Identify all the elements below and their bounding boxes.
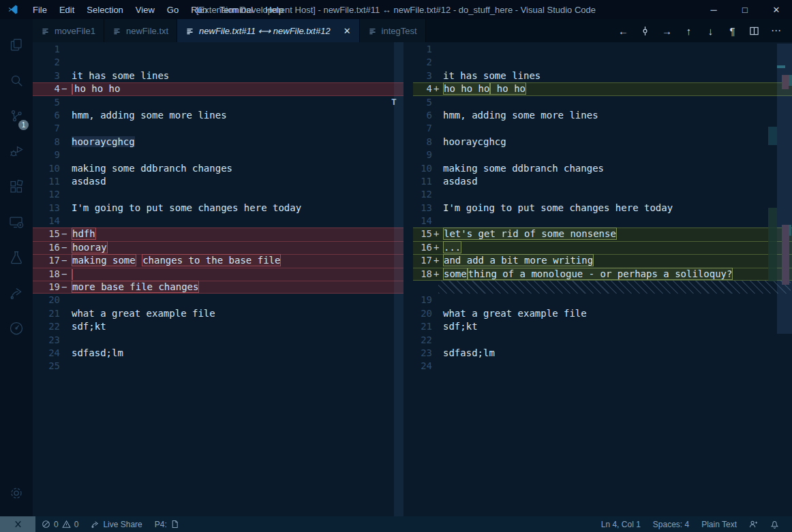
line-number[interactable]: 19 [33, 281, 60, 294]
status-live-share[interactable]: Live Share [85, 516, 148, 532]
line-number[interactable]: 2 [33, 56, 60, 69]
line-number[interactable]: 9 [33, 148, 60, 161]
tab-close-icon[interactable]: ✕ [344, 26, 351, 36]
code-line[interactable]: 9 [413, 148, 792, 161]
line-number[interactable]: 14 [413, 215, 432, 228]
split-editor-icon[interactable] [746, 23, 762, 39]
status-language-mode[interactable]: Plain Text [695, 516, 743, 532]
line-number[interactable]: 9 [413, 148, 432, 161]
line-number[interactable]: 15 [33, 228, 60, 240]
code-line[interactable]: 7 [33, 122, 403, 135]
code-line[interactable]: 2 [413, 56, 792, 69]
code-line[interactable]: 19−more base file changes [33, 281, 403, 294]
code-line[interactable]: 15−hdfh [33, 228, 403, 240]
line-number[interactable]: 25 [33, 360, 60, 373]
code-line[interactable]: 22 [413, 334, 792, 347]
line-number[interactable]: 10 [33, 162, 60, 175]
activitybar-item-run-debug[interactable] [0, 134, 33, 169]
nav-forward-icon[interactable]: → [659, 23, 675, 39]
code-line[interactable]: 8hooraycghcg [413, 136, 792, 148]
code-line[interactable]: 18+something of a monologue - or perhaps… [413, 268, 792, 281]
code-line[interactable]: 16−hooray [33, 241, 403, 254]
line-number[interactable]: 11 [33, 175, 60, 188]
left-scrollbar[interactable] [394, 42, 403, 516]
more-actions-icon[interactable]: ⋯ [768, 23, 784, 39]
line-number[interactable]: 7 [413, 122, 432, 135]
status-cursor-position[interactable]: Ln 4, Col 1 [595, 516, 647, 532]
menu-edit[interactable]: Edit [53, 3, 80, 17]
code-line[interactable]: 19 [413, 294, 792, 307]
line-number[interactable]: 5 [33, 96, 60, 109]
status-perforce[interactable]: P4: [149, 516, 185, 532]
line-number[interactable]: 17 [33, 254, 60, 267]
code-line[interactable]: 10making some ddbranch changes [33, 162, 403, 175]
menu-go[interactable]: Go [161, 3, 185, 17]
activitybar-item-performance[interactable] [0, 311, 33, 346]
menu-view[interactable]: View [130, 3, 161, 17]
code-line[interactable]: 11asdasd [33, 175, 403, 188]
code-line[interactable]: 11asdasd [413, 175, 792, 188]
line-number[interactable]: 1 [413, 43, 432, 56]
activitybar-item-settings-gear[interactable] [0, 475, 33, 511]
code-line[interactable]: 6hmm, adding some more lines [413, 109, 792, 122]
status-indentation[interactable]: Spaces: 4 [647, 516, 695, 532]
code-line[interactable]: 21sdf;kt [413, 320, 792, 333]
code-line[interactable]: 16+... [413, 241, 792, 254]
line-number[interactable]: 6 [413, 109, 432, 122]
code-line[interactable]: 18− [33, 268, 403, 281]
line-number[interactable]: 20 [413, 307, 432, 320]
code-line[interactable]: 4−ho ho ho [33, 82, 403, 95]
code-line[interactable]: 10making some ddbranch changes [413, 162, 792, 175]
line-number[interactable]: 14 [33, 215, 60, 228]
next-change-icon[interactable]: ↓ [703, 23, 718, 39]
tab-movefile1[interactable]: moveFile1 [33, 19, 104, 42]
code-line[interactable]: 8hooraycghcg [33, 136, 403, 148]
maximize-button[interactable]: □ [729, 0, 761, 19]
line-number[interactable]: 8 [33, 136, 60, 148]
tab-newfile-txt-11-newfile-txt-12[interactable]: newFile.txt#11 ⟷ newFile.txt#12✕ [177, 19, 359, 42]
code-line[interactable]: 12 [33, 188, 403, 201]
menu-file[interactable]: File [27, 3, 53, 17]
code-line[interactable]: 5 [413, 96, 792, 109]
line-number[interactable]: 16 [413, 241, 432, 254]
line-number[interactable]: 8 [413, 136, 432, 148]
code-line[interactable]: 13I'm going to put some changes here tod… [413, 202, 792, 215]
close-button[interactable]: ✕ [761, 0, 792, 19]
code-line[interactable]: 5 [33, 96, 403, 109]
line-number[interactable]: 4 [33, 82, 60, 95]
line-number[interactable]: 23 [33, 334, 60, 347]
code-line[interactable]: 9 [33, 148, 403, 161]
line-number[interactable]: 7 [33, 122, 60, 135]
line-number[interactable]: 11 [413, 175, 432, 188]
code-line[interactable]: 17+and add a bit more writing [413, 254, 792, 267]
activitybar-item-extensions[interactable] [0, 169, 33, 204]
swap-diff-icon[interactable] [637, 23, 653, 39]
code-line[interactable]: 23sdfasd;lm [413, 347, 792, 360]
status-feedback[interactable] [743, 516, 764, 532]
tab-newfile-txt[interactable]: newFile.txt [104, 19, 177, 42]
line-number[interactable]: 22 [413, 334, 432, 347]
code-line[interactable]: 2 [33, 56, 403, 69]
line-number[interactable]: 1 [33, 43, 60, 56]
code-line[interactable]: 20 [33, 294, 403, 307]
nav-back-icon[interactable]: ← [615, 23, 631, 39]
line-number[interactable]: 16 [33, 241, 60, 254]
line-number[interactable]: 13 [33, 202, 60, 215]
code-line[interactable]: 12 [413, 188, 792, 201]
code-line[interactable]: 17−making some changes to the base file [33, 254, 403, 267]
tab-integtest[interactable]: integTest [360, 19, 426, 42]
code-line[interactable]: 3it has some lines [33, 69, 403, 82]
code-line[interactable]: 20what a great example file [413, 307, 792, 320]
code-line[interactable]: 4+ho ho ho ho ho [413, 82, 792, 95]
line-number[interactable]: 3 [413, 69, 432, 82]
code-line[interactable]: 14 [413, 215, 792, 228]
code-line[interactable]: 13I'm going to put some changes here tod… [33, 202, 403, 215]
line-number[interactable]: 24 [33, 347, 60, 360]
line-number[interactable]: 6 [33, 109, 60, 122]
remote-indicator[interactable] [0, 516, 35, 532]
code-line[interactable]: 24sdfasd;lm [33, 347, 403, 360]
line-number[interactable]: 18 [33, 268, 60, 281]
line-number[interactable]: 10 [413, 162, 432, 175]
code-line[interactable]: 15+let's get rid of some nonsense [413, 228, 792, 240]
line-number[interactable]: 20 [33, 294, 60, 307]
